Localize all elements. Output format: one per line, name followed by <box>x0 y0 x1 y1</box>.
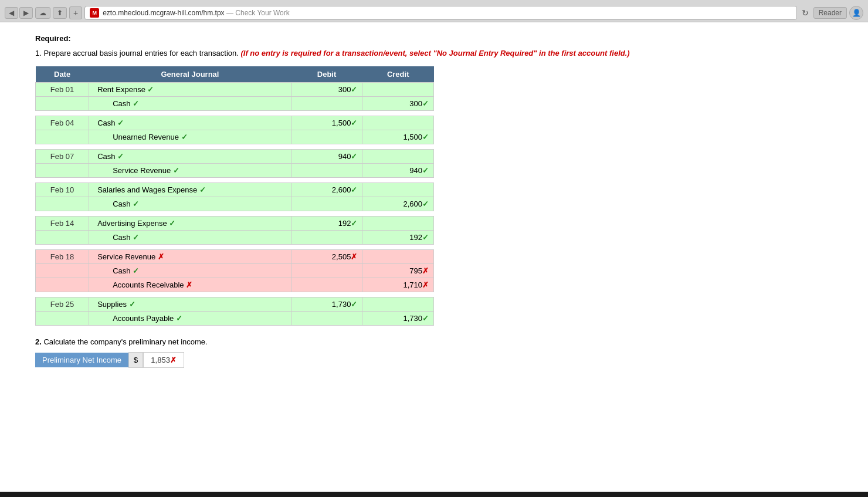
url-text: ezto.mhecloud.mcgraw-hill.com/hm.tpx — C… <box>103 9 290 17</box>
table-row: Cash ✓300✓ <box>36 96 434 110</box>
add-tab-button[interactable]: + <box>69 6 82 19</box>
date-cell: Feb 10 <box>36 182 89 197</box>
spacer-row <box>36 244 434 249</box>
spacer-row <box>36 292 434 297</box>
debit-cell[interactable]: 2,505✗ <box>291 249 362 263</box>
debit-cell[interactable]: 1,730✓ <box>291 297 362 311</box>
col-header-debit: Debit <box>291 66 362 83</box>
date-cell: Feb 25 <box>36 297 89 311</box>
credit-cell[interactable]: 1,500✓ <box>362 130 434 144</box>
cloud-button[interactable]: ☁ <box>35 7 50 19</box>
credit-cell[interactable] <box>362 182 434 197</box>
credit-cell[interactable]: 2,600✓ <box>362 197 434 211</box>
account-cell[interactable]: Cash ✓ <box>89 96 291 110</box>
date-cell: Feb 14 <box>36 216 89 230</box>
debit-cell[interactable]: 940✓ <box>291 149 362 163</box>
table-row: Cash ✓2,600✓ <box>36 197 434 211</box>
debit-cell[interactable] <box>291 163 362 177</box>
spacer-row <box>36 177 434 182</box>
debit-cell[interactable] <box>291 311 362 325</box>
debit-cell[interactable]: 192✓ <box>291 216 362 230</box>
table-row: Feb 25Supplies ✓1,730✓ <box>36 297 434 311</box>
account-cell[interactable]: Service Revenue ✓ <box>89 163 291 177</box>
table-row: Feb 14Advertising Expense ✓192✓ <box>36 216 434 230</box>
debit-cell[interactable] <box>291 197 362 211</box>
date-cell <box>36 96 89 110</box>
table-row: Cash ✓192✓ <box>36 230 434 244</box>
instruction: 1. Prepare accrual basis journal entries… <box>35 48 833 59</box>
nav-buttons: ◀ ▶ <box>5 7 33 19</box>
col-header-journal: General Journal <box>89 66 291 83</box>
credit-cell[interactable]: 192✓ <box>362 230 434 244</box>
instruction-number: 1. <box>35 49 42 58</box>
journal-table: Date General Journal Debit Credit Feb 01… <box>35 66 434 326</box>
section-2-label: 2. Calculate the company's preliminary n… <box>35 337 833 346</box>
debit-cell[interactable] <box>291 263 362 278</box>
date-cell: Feb 18 <box>36 249 89 263</box>
date-cell <box>36 163 89 177</box>
date-cell <box>36 311 89 325</box>
debit-cell[interactable] <box>291 278 362 292</box>
account-cell[interactable]: Advertising Expense ✓ <box>89 216 291 230</box>
debit-cell[interactable]: 2,600✓ <box>291 182 362 197</box>
credit-cell[interactable] <box>362 149 434 163</box>
date-cell: Feb 07 <box>36 149 89 163</box>
account-cell[interactable]: Unearned Revenue ✓ <box>89 130 291 144</box>
credit-cell[interactable] <box>362 297 434 311</box>
date-cell: Feb 01 <box>36 82 89 96</box>
table-row: Accounts Receivable ✗1,710✗ <box>36 278 434 292</box>
url-bar[interactable]: M ezto.mhecloud.mcgraw-hill.com/hm.tpx —… <box>84 6 796 20</box>
browser-toolbar: ◀ ▶ ☁ ⬆ + M ezto.mhecloud.mcgraw-hill.co… <box>0 0 868 22</box>
refresh-button[interactable]: ↻ <box>799 8 811 18</box>
forward-button[interactable]: ▶ <box>19 7 33 19</box>
credit-cell[interactable]: 1,710✗ <box>362 278 434 292</box>
reader-button[interactable]: Reader <box>813 7 847 19</box>
table-row: Service Revenue ✓940✓ <box>36 163 434 177</box>
table-row: Cash ✓795✗ <box>36 263 434 278</box>
account-cell[interactable]: Accounts Receivable ✗ <box>89 278 291 292</box>
dollar-sign: $ <box>128 352 143 368</box>
profile-button[interactable]: 👤 <box>849 6 863 20</box>
spacer-row <box>36 110 434 116</box>
date-cell <box>36 230 89 244</box>
account-cell[interactable]: Accounts Payable ✓ <box>89 311 291 325</box>
date-cell <box>36 278 89 292</box>
date-cell <box>36 263 89 278</box>
credit-cell[interactable] <box>362 116 434 130</box>
credit-cell[interactable] <box>362 82 434 96</box>
preliminary-value[interactable]: 1,853✗ <box>143 352 184 368</box>
preliminary-check-icon: ✗ <box>170 356 177 364</box>
debit-cell[interactable] <box>291 96 362 110</box>
required-label: Required: <box>35 34 833 43</box>
credit-cell[interactable]: 940✓ <box>362 163 434 177</box>
account-cell[interactable]: Rent Expense ✓ <box>89 82 291 96</box>
account-cell[interactable]: Cash ✓ <box>89 230 291 244</box>
account-cell[interactable]: Service Revenue ✗ <box>89 249 291 263</box>
account-cell[interactable]: Salaries and Wages Expense ✓ <box>89 182 291 197</box>
account-cell[interactable]: Supplies ✓ <box>89 297 291 311</box>
account-cell[interactable]: Cash ✓ <box>89 116 291 130</box>
credit-cell[interactable]: 1,730✓ <box>362 311 434 325</box>
page-content: Required: 1. Prepare accrual basis journ… <box>0 22 868 492</box>
account-cell[interactable]: Cash ✓ <box>89 263 291 278</box>
account-cell[interactable]: Cash ✓ <box>89 197 291 211</box>
debit-cell[interactable] <box>291 230 362 244</box>
date-cell: Feb 04 <box>36 116 89 130</box>
share-button[interactable]: ⬆ <box>53 7 67 19</box>
spacer-row <box>36 144 434 149</box>
credit-cell[interactable]: 300✓ <box>362 96 434 110</box>
instruction-red: (If no entry is required for a transacti… <box>240 49 629 58</box>
back-button[interactable]: ◀ <box>5 7 18 19</box>
debit-cell[interactable] <box>291 130 362 144</box>
credit-cell[interactable] <box>362 249 434 263</box>
debit-cell[interactable]: 300✓ <box>291 82 362 96</box>
account-cell[interactable]: Cash ✓ <box>89 149 291 163</box>
credit-cell[interactable]: 795✗ <box>362 263 434 278</box>
table-row: Feb 04Cash ✓1,500✓ <box>36 116 434 130</box>
credit-cell[interactable] <box>362 216 434 230</box>
preliminary-row: Preliminary Net Income $ 1,853✗ <box>35 352 833 368</box>
debit-cell[interactable]: 1,500✓ <box>291 116 362 130</box>
table-row: Accounts Payable ✓1,730✓ <box>36 311 434 325</box>
table-row: Feb 10Salaries and Wages Expense ✓2,600✓ <box>36 182 434 197</box>
favicon: M <box>90 8 99 18</box>
